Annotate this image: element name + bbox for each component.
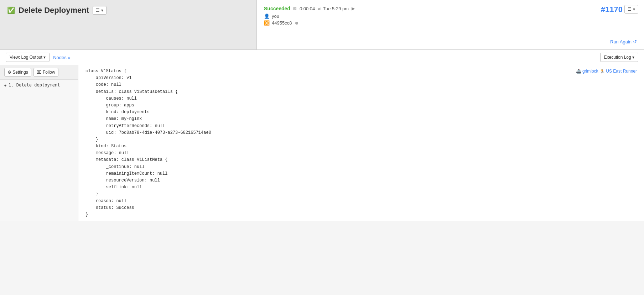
run-timestamp: at Tue 5:29 pm <box>318 6 349 11</box>
page-title: Delete Deployment <box>19 6 89 15</box>
commit-dot <box>295 22 298 25</box>
step-bullet-icon: ◆ <box>4 83 6 87</box>
refresh-icon: ↺ <box>633 39 637 44</box>
username-label: you <box>272 14 279 19</box>
success-icon: ✅ <box>7 6 15 14</box>
run-number: #1170 <box>601 5 623 14</box>
list-icon: ☰ <box>96 8 100 13</box>
nodes-link[interactable]: Nodes » <box>53 55 70 60</box>
commit-icon: 🔀 <box>264 20 270 26</box>
exec-log-button[interactable]: Execution Log ▾ <box>600 53 638 62</box>
run-list-icon: ☰ <box>628 7 632 12</box>
toolbar-row: View: Log Output ▾ Nodes » Execution Log… <box>0 50 644 65</box>
run-again-link[interactable]: Run Again ↺ <box>610 39 637 44</box>
log-content: 🚢 grimlock 🏃 US East Runner class V1Stat… <box>78 65 644 221</box>
menu-chevron-icon: ▾ <box>101 8 103 13</box>
view-label: View: Log Output ▾ <box>10 55 46 60</box>
follow-button[interactable]: ⌧ Follow <box>33 68 58 77</box>
runner-badge: 🚢 grimlock 🏃 US East Runner <box>576 68 637 75</box>
title-menu-button[interactable]: ☰ ▾ <box>93 6 107 15</box>
run-menu-chevron-icon: ▾ <box>633 7 635 12</box>
nodes-link-label: Nodes » <box>53 55 70 60</box>
step-label: 1. Delete deployment <box>9 83 60 88</box>
log-code-block: class V1Status { apiVersion: v1 code: nu… <box>85 68 637 218</box>
run-menu-button[interactable]: ☰ ▾ <box>624 5 638 14</box>
user-icon: 👤 <box>264 14 270 19</box>
log-toolbar: ⚙ Settings ⌧ Follow <box>0 65 78 80</box>
chevron-right-icon: ▶ <box>352 6 355 11</box>
status-badge: Succeeded <box>264 6 290 11</box>
settings-button[interactable]: ⚙ Settings <box>4 68 31 77</box>
follow-label: ⌧ Follow <box>37 70 55 75</box>
commit-hash: 44955cc8 <box>272 20 292 26</box>
log-area: ⚙ Settings ⌧ Follow ◆ 1. Delete deployme… <box>0 65 644 221</box>
log-sidebar: ⚙ Settings ⌧ Follow ◆ 1. Delete deployme… <box>0 65 78 221</box>
runner-info: 🚢 grimlock 🏃 US East Runner <box>576 68 637 75</box>
clock-icon: ⊠ <box>293 6 297 11</box>
duration-value: 0:00:04 <box>300 6 315 11</box>
run-again-label: Run Again <box>610 39 632 44</box>
sidebar-step-1[interactable]: ◆ 1. Delete deployment <box>0 80 78 90</box>
view-log-button[interactable]: View: Log Output ▾ <box>6 53 50 62</box>
settings-label: ⚙ Settings <box>7 70 28 75</box>
exec-log-label: Execution Log ▾ <box>604 55 634 60</box>
